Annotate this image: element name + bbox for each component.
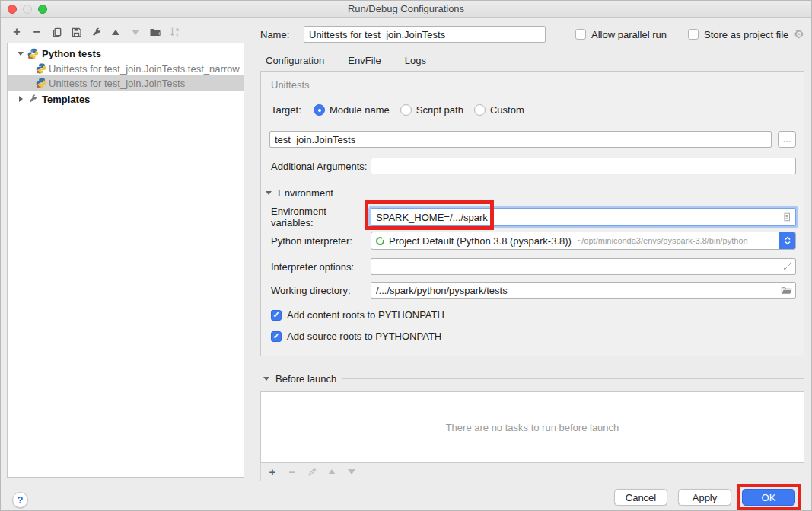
environment-variables-input[interactable] (371, 208, 796, 226)
python-interpreter-path: ~/opt/miniconda3/envs/pyspark-3.8/bin/py… (577, 236, 748, 245)
add-configuration-icon[interactable]: + (11, 26, 23, 38)
help-button[interactable]: ? (12, 492, 28, 508)
source-roots-option[interactable]: ✓ Add source roots to PYTHONPATH (271, 331, 441, 342)
content-roots-checkbox[interactable]: ✓ (271, 310, 282, 321)
apply-button[interactable]: Apply (678, 489, 731, 506)
custom-radio[interactable] (474, 104, 486, 116)
tree-item-templates[interactable]: Templates (8, 91, 244, 107)
svg-text:a: a (176, 27, 179, 32)
python-test-icon (35, 78, 46, 88)
environment-section-label: Environment (278, 187, 333, 199)
target-option-custom[interactable]: Custom (474, 104, 524, 116)
configuration-tabs: Configuration EnvFile Logs (265, 52, 427, 73)
python-interpreter-label: Python interpreter: (271, 235, 371, 247)
expand-field-icon[interactable] (783, 262, 792, 271)
close-window-button[interactable] (8, 5, 17, 14)
content-roots-option[interactable]: ✓ Add content roots to PYTHONPATH (271, 309, 444, 321)
tab-envfile[interactable]: EnvFile (347, 52, 381, 73)
tree-item-python-tests[interactable]: Python tests (8, 46, 244, 61)
allow-parallel-run-label: Allow parallel run (591, 29, 667, 40)
before-launch-collapse-icon[interactable] (263, 377, 269, 381)
remove-configuration-icon[interactable]: − (30, 26, 43, 38)
zoom-window-button[interactable] (38, 5, 47, 14)
python-test-icon (35, 63, 46, 74)
collapse-arrow-icon[interactable] (15, 52, 26, 56)
target-option-module-name[interactable]: Module name (314, 104, 390, 116)
configuration-panel: Unittests Target: Module name Script pat… (260, 71, 804, 356)
copy-configuration-icon[interactable] (50, 26, 62, 38)
target-row: Target: Module name Script path Custom (271, 104, 796, 116)
new-folder-icon[interactable] (149, 26, 161, 38)
target-value-row: ... (269, 131, 796, 148)
sort-configurations-icon: az (169, 26, 181, 38)
environment-variables-row: Environment variables: (271, 206, 796, 228)
before-launch-section: Before launch (263, 373, 804, 385)
add-task-icon[interactable]: + (266, 466, 279, 478)
move-up-icon[interactable] (110, 26, 122, 38)
edit-task-icon (306, 466, 318, 478)
name-label: Name: (260, 29, 304, 40)
script-path-label: Script path (416, 104, 463, 116)
before-launch-label: Before launch (275, 373, 336, 385)
interpreter-options-input[interactable] (371, 258, 796, 275)
browse-folder-icon[interactable] (781, 286, 792, 295)
store-as-project-file-option[interactable]: Store as project file (688, 29, 788, 40)
move-task-up-icon (326, 466, 338, 478)
name-input[interactable] (304, 26, 546, 43)
tree-item-jointests-selected[interactable]: Unittests for test_join.JoinTests (8, 75, 244, 91)
conda-env-icon (376, 237, 384, 245)
python-interpreter-value: Project Default (Python 3.8 (pyspark-3.8… (389, 235, 572, 247)
source-roots-label: Add source roots to PYTHONPATH (287, 331, 441, 342)
tree-item-label[interactable]: Templates (42, 94, 90, 105)
source-roots-checkbox[interactable]: ✓ (271, 331, 282, 342)
interpreter-options-row: Interpreter options: (271, 258, 796, 275)
save-configuration-icon[interactable] (70, 26, 82, 38)
cancel-button[interactable]: Cancel (614, 489, 667, 506)
store-as-project-file-checkbox[interactable] (688, 29, 699, 40)
before-launch-empty-message: There are no tasks to run before launch (446, 422, 619, 433)
tree-item-test-narrow[interactable]: Unittests for test_join.JoinTests.test_n… (8, 61, 244, 76)
script-path-radio[interactable] (400, 104, 412, 116)
edit-templates-icon[interactable] (90, 26, 102, 38)
configurations-tree: Python tests Unittests for test_join.Joi… (7, 43, 244, 478)
tree-item-label[interactable]: Python tests (42, 48, 101, 59)
target-value-input[interactable] (269, 131, 772, 148)
move-task-down-icon (345, 466, 358, 478)
working-directory-input[interactable] (371, 282, 796, 299)
title-bar: Run/Debug Configurations (1, 1, 811, 18)
configurations-toolbar: + − az (11, 26, 181, 38)
target-option-script-path[interactable]: Script path (400, 104, 463, 116)
move-down-icon (129, 26, 142, 38)
store-options-gear-icon[interactable]: ⚙ (794, 27, 804, 41)
run-debug-configurations-dialog: Run/Debug Configurations + − az Pytho (0, 0, 812, 511)
module-name-radio[interactable] (314, 104, 325, 116)
allow-parallel-run-option[interactable]: Allow parallel run (575, 29, 667, 40)
tab-configuration[interactable]: Configuration (265, 52, 325, 73)
before-launch-task-list: There are no tasks to run before launch (260, 391, 804, 463)
svg-text:z: z (176, 33, 179, 38)
python-interpreter-select[interactable]: Project Default (Python 3.8 (pyspark-3.8… (371, 232, 796, 250)
additional-arguments-label: Additional Arguments: (271, 161, 371, 172)
environment-collapse-icon[interactable] (266, 191, 272, 195)
ok-button[interactable]: OK (742, 489, 795, 506)
working-directory-label: Working directory: (271, 285, 371, 296)
browse-target-button[interactable]: ... (778, 131, 796, 148)
python-interpreter-row: Python interpreter: Project Default (Pyt… (271, 232, 796, 250)
environment-section-separator: Environment (266, 187, 796, 199)
interpreter-options-label: Interpreter options: (271, 261, 371, 273)
tree-item-label[interactable]: Unittests for test_join.JoinTests.test_n… (49, 63, 240, 75)
minimize-window-button (23, 5, 32, 14)
browse-env-vars-icon[interactable] (782, 212, 792, 222)
window-title: Run/Debug Configurations (348, 3, 464, 14)
additional-arguments-input[interactable] (371, 158, 796, 174)
tree-item-label[interactable]: Unittests for test_join.JoinTests (49, 78, 185, 89)
unittests-section-separator: Unittests (271, 79, 796, 91)
content-roots-label: Add content roots to PYTHONPATH (287, 309, 444, 321)
expand-arrow-icon[interactable] (15, 96, 26, 102)
allow-parallel-run-checkbox[interactable] (575, 29, 586, 40)
additional-arguments-row: Additional Arguments: (271, 158, 796, 174)
interpreter-dropdown-button[interactable] (779, 232, 795, 250)
unittests-section-label: Unittests (271, 79, 310, 91)
tab-logs[interactable]: Logs (404, 52, 427, 73)
templates-wrench-icon (26, 94, 40, 104)
